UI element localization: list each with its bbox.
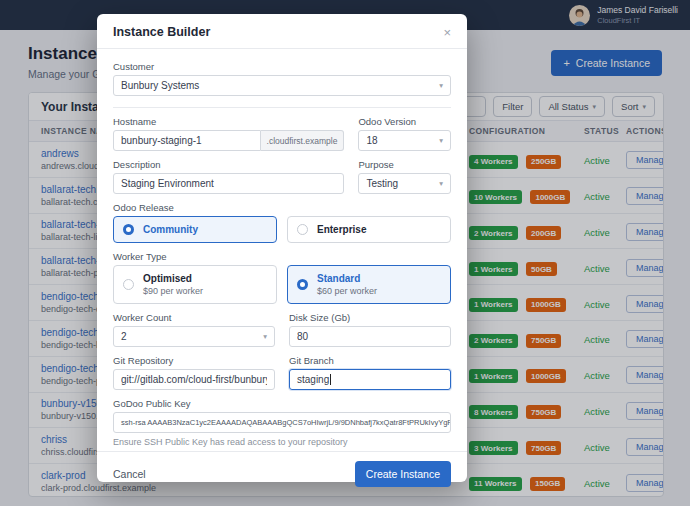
- worker-count-label: Worker Count: [113, 312, 275, 323]
- chevron-down-icon: ▾: [439, 179, 443, 188]
- worker-count-value: 2: [121, 331, 127, 342]
- release-community-label: Community: [143, 224, 198, 235]
- radio-unselected-icon: [123, 279, 134, 290]
- chevron-down-icon: ▾: [439, 81, 443, 90]
- app-window: James David Fariselli CloudFirst IT Inst…: [0, 0, 690, 506]
- hostname-input[interactable]: [113, 130, 261, 151]
- disk-size-label: Disk Size (Gb): [289, 312, 451, 323]
- purpose-label: Purpose: [358, 159, 451, 170]
- git-repository-input[interactable]: [113, 369, 275, 390]
- customer-select[interactable]: Bunbury Systems ▾: [113, 75, 451, 96]
- radio-selected-icon: [123, 224, 134, 235]
- release-enterprise-label: Enterprise: [317, 224, 366, 235]
- close-icon[interactable]: ×: [443, 26, 451, 39]
- git-repository-label: Git Repository: [113, 355, 275, 366]
- odoo-version-label: Odoo Version: [358, 116, 451, 127]
- modal-header: Instance Builder ×: [97, 14, 467, 49]
- customer-value: Bunbury Systems: [121, 80, 199, 91]
- modal-title: Instance Builder: [113, 25, 210, 39]
- optimised-label: Optimised: [143, 273, 203, 284]
- modal-body: Customer Bunbury Systems ▾ Hostname .clo…: [97, 49, 467, 451]
- standard-price: $60 per worker: [317, 286, 377, 296]
- git-branch-value: staging: [297, 374, 329, 385]
- public-key-input[interactable]: ssh-rsa AAAAB3NzaC1yc2EAAAADAQABAAABgQCS…: [113, 412, 451, 433]
- worker-type-label: Worker Type: [113, 251, 451, 262]
- disk-size-input[interactable]: [289, 326, 451, 347]
- release-option-enterprise[interactable]: Enterprise: [287, 216, 451, 243]
- public-key-helper-text: Ensure SSH Public Key has read access to…: [113, 437, 451, 447]
- chevron-down-icon: ▾: [439, 136, 443, 145]
- description-input[interactable]: [113, 173, 344, 194]
- release-option-community[interactable]: Community: [113, 216, 277, 243]
- create-instance-submit-button[interactable]: Create Instance: [355, 461, 451, 487]
- customer-label: Customer: [113, 61, 451, 72]
- description-label: Description: [113, 159, 344, 170]
- purpose-select[interactable]: Testing ▾: [358, 173, 451, 194]
- optimised-price: $90 per worker: [143, 286, 203, 296]
- odoo-version-select[interactable]: 18 ▾: [358, 130, 451, 151]
- worker-count-select[interactable]: 2 ▾: [113, 326, 275, 347]
- chevron-down-icon: ▾: [263, 332, 267, 341]
- worker-type-option-standard[interactable]: Standard $60 per worker: [287, 265, 451, 304]
- cancel-button[interactable]: Cancel: [113, 468, 146, 480]
- instance-builder-modal: Instance Builder × Customer Bunbury Syst…: [97, 14, 467, 482]
- git-branch-label: Git Branch: [289, 355, 451, 366]
- hostname-domain-suffix: .cloudfirst.example: [261, 130, 345, 151]
- purpose-value: Testing: [366, 178, 398, 189]
- text-cursor: [330, 374, 331, 385]
- modal-footer: Cancel Create Instance: [97, 451, 467, 496]
- hostname-label: Hostname: [113, 116, 344, 127]
- public-key-label: GoDoo Public Key: [113, 398, 451, 409]
- radio-unselected-icon: [297, 224, 308, 235]
- git-branch-input[interactable]: staging: [289, 369, 451, 390]
- odoo-release-label: Odoo Release: [113, 202, 451, 213]
- worker-type-option-optimised[interactable]: Optimised $90 per worker: [113, 265, 277, 304]
- odoo-version-value: 18: [366, 135, 377, 146]
- standard-label: Standard: [317, 273, 377, 284]
- radio-selected-icon: [297, 279, 308, 290]
